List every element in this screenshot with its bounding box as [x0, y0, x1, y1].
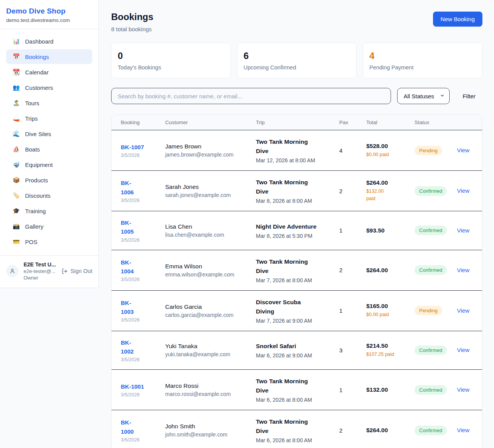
total-amount: $93.50	[366, 227, 405, 234]
booking-id-link[interactable]: BK-1004	[121, 258, 156, 276]
table-header-row: BookingCustomerTripPaxTotalStatus	[112, 115, 482, 130]
customer-cell: Carlos Garcia carlos.garcia@example.com	[161, 290, 251, 331]
products-icon: 📦	[12, 177, 20, 184]
dashboard-icon: 📊	[12, 38, 20, 45]
total-amount: $165.00	[366, 303, 405, 310]
view-link[interactable]: View	[457, 267, 469, 273]
new-booking-button[interactable]: New Booking	[433, 12, 482, 27]
view-link[interactable]: View	[457, 307, 469, 314]
status-badge: Confirmed	[414, 345, 447, 355]
sidebar-item-gallery[interactable]: 📸 Gallery	[6, 219, 92, 234]
trip-name: Night Dive Adventure	[256, 222, 330, 231]
status-cell: Confirmed	[410, 250, 452, 290]
customer-name: James Brown	[165, 143, 247, 150]
sign-out-label: Sign Out	[71, 268, 92, 274]
pax-cell: 3	[335, 331, 362, 370]
customer-email: emma.wilson@example.com	[165, 271, 247, 278]
booking-id-link[interactable]: BK-1001	[121, 382, 156, 391]
status-badge: Confirmed	[414, 426, 447, 435]
customer-email: yuki.tanaka@example.com	[165, 351, 247, 357]
trip-name: Two Tank MorningDive	[256, 137, 330, 156]
trip-name: Snorkel Safari	[256, 342, 330, 351]
search-input[interactable]	[111, 88, 391, 104]
actions-cell: View	[452, 171, 482, 211]
booking-id-link[interactable]: BK-1006	[121, 179, 156, 197]
bookings-table: BookingCustomerTripPaxTotalStatus BK-100…	[112, 115, 482, 448]
view-link[interactable]: View	[457, 427, 469, 433]
view-link[interactable]: View	[457, 347, 469, 353]
status-select[interactable]: All Statuses	[397, 88, 450, 104]
actions-cell: View	[452, 130, 482, 171]
stat-card-upcoming-confirmed: 6 Upcoming Confirmed	[237, 43, 357, 78]
stat-label: Today's Bookings	[118, 64, 224, 71]
trip-date: Mar 8, 2026 at 5:30 PM	[256, 233, 330, 239]
app-root: Demo Dive Shop demo.test.divestreams.com…	[0, 0, 494, 448]
customer-name: John Smith	[165, 423, 247, 430]
sidebar-item-boats[interactable]: ⛵ Boats	[6, 142, 92, 157]
view-link[interactable]: View	[457, 147, 469, 153]
sidebar-item-trips[interactable]: 🚤 Trips	[6, 111, 92, 126]
booking-date: 3/5/2026	[121, 437, 156, 443]
customer-cell: John Smith john.smith@example.com	[161, 410, 251, 448]
actions-cell: View	[452, 290, 482, 331]
stat-card-today-s-bookings: 0 Today's Bookings	[111, 43, 231, 78]
total-amount: $264.00	[366, 179, 405, 186]
sidebar-item-training[interactable]: 🎓 Training	[6, 204, 92, 218]
stat-value: 0	[118, 51, 224, 61]
pax-cell: 1	[335, 290, 362, 331]
status-badge: Pending	[414, 306, 442, 315]
booking-id-link[interactable]: BK-1000	[121, 418, 156, 436]
sidebar-item-discounts[interactable]: 🏷️ Discounts	[6, 188, 92, 203]
status-badge: Confirmed	[414, 226, 447, 235]
sidebar-item-label: Boats	[25, 146, 40, 153]
booking-id-link[interactable]: BK-1005	[121, 218, 156, 236]
filter-button[interactable]: Filter	[456, 88, 482, 104]
sidebar-item-label: Dashboard	[25, 38, 53, 45]
sidebar-item-pos[interactable]: 💳 POS	[6, 234, 92, 249]
sign-out-button[interactable]: Sign Out	[61, 268, 92, 275]
user-role: Owner	[24, 275, 56, 281]
paid-amount: $107.25 paid	[366, 351, 405, 358]
trip-name: Two Tank MorningDive	[256, 257, 330, 276]
total-amount: $528.00	[366, 143, 405, 150]
pax-cell: 2	[335, 171, 362, 211]
sidebar-item-bookings[interactable]: 📅 Bookings	[6, 49, 92, 64]
sidebar-item-label: Dive Sites	[25, 131, 51, 137]
column-header-actions	[452, 115, 482, 130]
sidebar-item-equipment[interactable]: 🤿 Equipment	[6, 157, 92, 172]
paid-amount: $0.00 paid	[366, 311, 405, 318]
booking-cell: BK-1005 3/5/2026	[112, 211, 161, 250]
customer-name: Yuki Tanaka	[165, 343, 247, 350]
stat-value: 6	[244, 51, 350, 61]
sidebar-item-dashboard[interactable]: 📊 Dashboard	[6, 34, 92, 49]
user-name: E2E Test U...	[24, 261, 56, 268]
status-badge: Confirmed	[414, 385, 447, 395]
sidebar-item-tours[interactable]: 🏝️ Tours	[6, 96, 92, 110]
sidebar: Demo Dive Shop demo.test.divestreams.com…	[0, 0, 99, 288]
total-cell: $214.50 $107.25 paid	[362, 331, 410, 370]
booking-id-link[interactable]: BK-1007	[121, 143, 156, 152]
view-link[interactable]: View	[457, 386, 469, 393]
booking-cell: BK-1002 3/5/2026	[112, 331, 161, 370]
trip-cell: Two Tank MorningDive Mar 6, 2026 at 8:00…	[251, 370, 335, 410]
pax-cell: 1	[335, 370, 362, 410]
column-header-customer: Customer	[161, 115, 251, 130]
view-link[interactable]: View	[457, 187, 469, 194]
booking-id-link[interactable]: BK-1002	[121, 338, 156, 356]
title-block: Bookings 8 total bookings	[111, 12, 153, 32]
status-select-wrap: All Statuses	[397, 88, 450, 104]
column-header-status: Status	[410, 115, 452, 130]
table-row: BK-1001 3/5/2026 Marco Rossi marco.rossi…	[112, 370, 482, 410]
sidebar-item-label: Tours	[25, 100, 39, 106]
trip-date: Mar 6, 2026 at 9:00 AM	[256, 352, 330, 359]
booking-id-link[interactable]: BK-1003	[121, 298, 156, 317]
view-link[interactable]: View	[457, 227, 469, 234]
booking-date: 3/5/2026	[121, 392, 156, 397]
sidebar-item-products[interactable]: 📦 Products	[6, 173, 92, 187]
customers-icon: 👥	[12, 84, 20, 91]
sidebar-item-dive-sites[interactable]: 🌊 Dive Sites	[6, 126, 92, 141]
sidebar-item-calendar[interactable]: 📆 Calendar	[6, 65, 92, 79]
sidebar-item-customers[interactable]: 👥 Customers	[6, 80, 92, 95]
bookings-table-body: BK-1007 3/5/2026 James Brown james.brown…	[112, 130, 482, 448]
table-row: BK-1007 3/5/2026 James Brown james.brown…	[112, 130, 482, 171]
